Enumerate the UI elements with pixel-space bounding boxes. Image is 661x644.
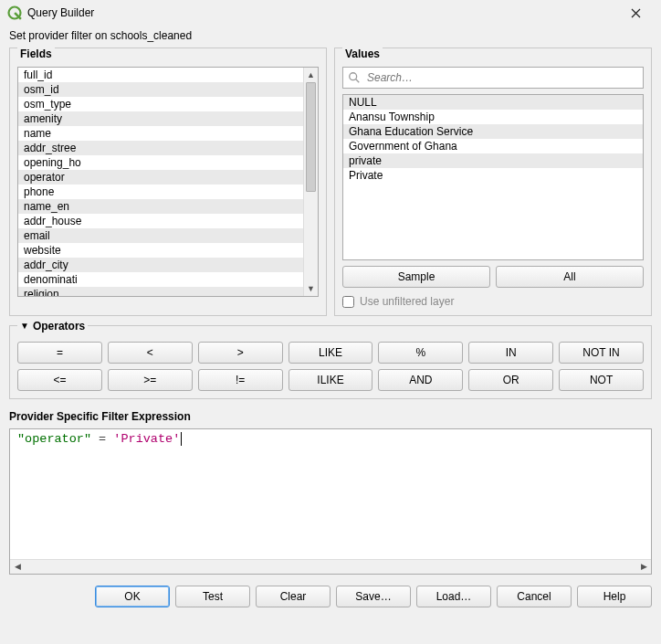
expression-hscrollbar[interactable]: ◀ ▶ <box>10 559 651 574</box>
operator-button-[interactable]: != <box>198 369 283 391</box>
operator-button-[interactable]: % <box>378 342 463 364</box>
field-item[interactable]: operator <box>18 170 303 185</box>
field-item[interactable]: phone <box>18 185 303 199</box>
field-item[interactable]: denominati <box>18 272 303 287</box>
scroll-thumb[interactable] <box>306 82 316 192</box>
dialog-button-row: OK Test Clear Save… Load… Cancel Help <box>0 575 661 617</box>
close-icon <box>631 8 641 18</box>
field-item[interactable]: addr_house <box>18 214 303 228</box>
field-item[interactable]: full_id <box>18 68 303 82</box>
scroll-up-icon[interactable]: ▲ <box>304 68 318 82</box>
operator-button-or[interactable]: OR <box>468 369 553 391</box>
sample-button[interactable]: Sample <box>342 266 490 288</box>
fields-scrollbar[interactable]: ▲ ▼ <box>303 68 318 296</box>
operator-button-notin[interactable]: NOT IN <box>559 342 644 364</box>
save-button[interactable]: Save… <box>336 586 411 607</box>
field-item[interactable]: name_en <box>18 199 303 214</box>
expression-value-token: 'Private' <box>113 432 180 446</box>
use-unfiltered-input[interactable] <box>342 296 354 308</box>
close-button[interactable] <box>617 2 654 24</box>
values-panel: Values NULLAnansu TownshipGhana Educatio… <box>334 48 652 316</box>
scroll-right-icon[interactable]: ▶ <box>636 562 651 571</box>
values-listbox[interactable]: NULLAnansu TownshipGhana Education Servi… <box>342 94 644 260</box>
use-unfiltered-checkbox[interactable]: Use unfiltered layer <box>342 295 644 308</box>
field-item[interactable]: addr_stree <box>18 141 303 155</box>
operator-button-[interactable]: <= <box>17 369 102 391</box>
text-caret <box>181 432 182 446</box>
operator-button-and[interactable]: AND <box>378 369 463 391</box>
operators-title: Operators <box>33 320 85 333</box>
titlebar: Query Builder <box>0 0 661 26</box>
fields-panel-title: Fields <box>17 48 55 60</box>
expression-title: Provider Specific Filter Expression <box>0 399 661 428</box>
field-item[interactable]: website <box>18 243 303 258</box>
field-item[interactable]: osm_type <box>18 97 303 111</box>
operators-disclosure[interactable]: ▼ Operators <box>17 320 88 333</box>
field-item[interactable]: osm_id <box>18 82 303 97</box>
operator-button-[interactable]: < <box>108 342 193 364</box>
values-search-input[interactable] <box>342 67 644 89</box>
test-button[interactable]: Test <box>175 586 250 607</box>
use-unfiltered-label: Use unfiltered layer <box>360 295 454 308</box>
expression-editor[interactable]: "operator" = 'Private' ◀ ▶ <box>9 428 652 575</box>
operator-button-not[interactable]: NOT <box>559 369 644 391</box>
field-item[interactable]: email <box>18 228 303 243</box>
values-panel-title: Values <box>342 48 383 60</box>
operator-button-like[interactable]: LIKE <box>289 342 373 364</box>
filter-target-label: Set provider filter on schools_cleaned <box>0 26 661 48</box>
field-item[interactable]: name <box>18 126 303 141</box>
expression-text[interactable]: "operator" = 'Private' <box>10 429 651 559</box>
operator-button-[interactable]: = <box>17 342 102 364</box>
value-item[interactable]: private <box>343 153 643 168</box>
operator-button-[interactable]: > <box>198 342 283 364</box>
load-button[interactable]: Load… <box>416 586 491 607</box>
svg-point-1 <box>350 73 357 80</box>
value-item[interactable]: Government of Ghana <box>343 139 643 153</box>
operator-button-ilike[interactable]: ILIKE <box>289 369 373 391</box>
operators-panel: ▼ Operators =<>LIKE%INNOT IN <=>=!=ILIKE… <box>9 325 652 399</box>
expression-field-token: "operator" <box>17 432 91 446</box>
expression-operator-token: = <box>91 432 113 446</box>
help-button[interactable]: Help <box>577 586 652 607</box>
value-item[interactable]: Anansu Township <box>343 110 643 124</box>
window-title: Query Builder <box>27 6 94 19</box>
scroll-left-icon[interactable]: ◀ <box>10 562 25 571</box>
all-button[interactable]: All <box>496 266 644 288</box>
cancel-button[interactable]: Cancel <box>497 586 572 607</box>
chevron-down-icon: ▼ <box>20 321 29 331</box>
operator-button-in[interactable]: IN <box>468 342 553 364</box>
value-item[interactable]: Private <box>343 168 643 183</box>
operator-button-[interactable]: >= <box>108 369 193 391</box>
field-item[interactable]: addr_city <box>18 258 303 272</box>
search-icon <box>348 71 361 84</box>
field-item[interactable]: religion <box>18 287 303 296</box>
fields-panel: Fields full_idosm_idosm_typeamenitynamea… <box>9 48 327 316</box>
qgis-icon <box>7 5 22 20</box>
field-item[interactable]: opening_ho <box>18 155 303 170</box>
value-item[interactable]: Ghana Education Service <box>343 124 643 139</box>
ok-button[interactable]: OK <box>95 586 170 607</box>
value-item[interactable]: NULL <box>343 95 643 110</box>
fields-listbox[interactable]: full_idosm_idosm_typeamenitynameaddr_str… <box>17 67 319 297</box>
clear-button[interactable]: Clear <box>256 586 330 607</box>
field-item[interactable]: amenity <box>18 111 303 126</box>
scroll-down-icon[interactable]: ▼ <box>304 281 318 296</box>
